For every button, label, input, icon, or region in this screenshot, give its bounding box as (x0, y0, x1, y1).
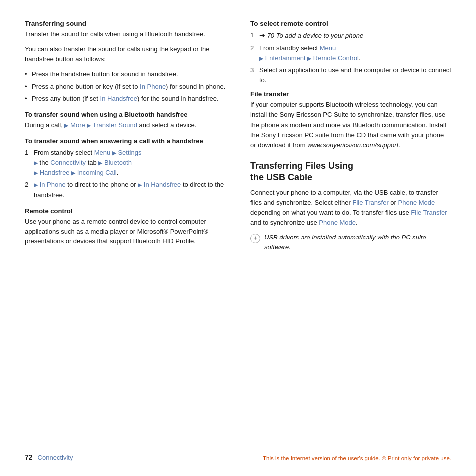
step-num: 1 (250, 30, 254, 40)
link-more: More (70, 121, 85, 129)
list-item: Press any button (if set In Handsfree) f… (25, 94, 226, 104)
arrow: ▶ (64, 122, 68, 128)
tip-icon: ✦ (250, 234, 260, 243)
transfer-answering-steps: 1 From standby select Menu ▶ Settings ▶ … (25, 148, 226, 200)
link-in-phone: In Phone (140, 83, 166, 90)
select-remote-section: To select remote control 1 ➔ 70 To add a… (250, 20, 451, 85)
transferring-sound-para2: You can also transfer the sound for call… (25, 44, 226, 64)
transfer-bluetooth-text: During a call, ▶ More ▶ Transfer Sound a… (25, 120, 226, 130)
transfer-answering-title: To transfer sound when answering a call … (25, 137, 226, 145)
step-num: 3 (250, 65, 254, 75)
footer-left: 72 Connectivity (25, 453, 73, 461)
link-in-phone: In Phone (40, 181, 66, 188)
remote-control-title: Remote control (25, 207, 226, 215)
transfer-bluetooth-title: To transfer sound when using a Bluetooth… (25, 111, 226, 118)
arrow: ▶ (112, 150, 116, 156)
step-num: 2 (25, 180, 28, 190)
transfer-bluetooth-section: To transfer sound when using a Bluetooth… (25, 111, 226, 130)
step-num: 1 (25, 148, 28, 158)
transfer-answering-section: To transfer sound when answering a call … (25, 137, 226, 200)
list-item: Press a phone button or key (if set to I… (25, 82, 226, 92)
usb-title-line2: the USB Cable (250, 172, 312, 182)
link-phone-mode2: Phone Mode (319, 219, 356, 226)
arrow: ▶ (98, 160, 102, 166)
link-incoming-call: Incoming Call (77, 169, 117, 176)
usb-note: ✦ USB drivers are installed automaticall… (250, 233, 451, 252)
arrow: ▶ (71, 170, 75, 176)
usb-title-line1: Transferring Files Using (250, 161, 353, 171)
select-remote-steps: 1 ➔ 70 To add a device to your phone 2 F… (250, 30, 451, 85)
remote-control-text: Use your phone as a remote control devic… (25, 217, 226, 246)
link-handsfree: Handsfree (40, 169, 70, 176)
list-item: Press the handsfree button for sound in … (25, 69, 226, 79)
arrow: ▶ (307, 55, 311, 61)
footer-section: Connectivity (38, 454, 73, 461)
arrow: ▶ (87, 122, 91, 128)
arrow: ▶ (34, 182, 38, 188)
arrow: ▶ (34, 160, 38, 166)
link-bluetooth: Bluetooth (104, 159, 132, 166)
usb-section: Transferring Files Using the USB Cable C… (250, 160, 451, 253)
list-item: 1 From standby select Menu ▶ Settings ▶ … (25, 148, 226, 178)
footer-notice: This is the Internet version of the user… (263, 455, 451, 461)
step-num: 2 (250, 43, 254, 53)
list-item: 1 ➔ 70 To add a device to your phone (250, 30, 451, 41)
page-number: 72 (25, 453, 33, 461)
link-file-transfer2: File Transfer (411, 209, 447, 216)
bullet-list: Press the handsfree button for sound in … (25, 69, 226, 103)
arrow-filled: ➔ (259, 31, 265, 39)
select-app-text: Select an application to use and the com… (259, 66, 451, 84)
link-connectivity: Connectivity (50, 159, 86, 166)
left-column: Transferring sound Transfer the sound fo… (25, 20, 231, 445)
link-settings: Settings (118, 149, 141, 156)
link-menu: Menu (320, 44, 336, 52)
transferring-sound-para1: Transfer the sound for calls when using … (25, 29, 226, 39)
transferring-sound-title: Transferring sound (25, 20, 226, 27)
italic-ref: 70 To add a device to your phone (267, 32, 364, 39)
transferring-sound-section: Transferring sound Transfer the sound fo… (25, 20, 226, 104)
link-entertainment: Entertainment (265, 54, 306, 62)
footer: 72 Connectivity This is the Internet ver… (25, 449, 451, 461)
file-transfer-title: File transfer (250, 90, 451, 98)
list-item: 2 ▶ In Phone to direct to the phone or ▶… (25, 180, 226, 200)
file-transfer-text: If your computer supports Bluetooth wire… (250, 100, 451, 150)
arrow: ▶ (34, 170, 38, 176)
right-column: To select remote control 1 ➔ 70 To add a… (245, 20, 451, 445)
usb-note-text: USB drivers are installed automatically … (264, 233, 451, 252)
link-in-handsfree: In Handsfree (100, 95, 137, 102)
list-item: 2 From standby select Menu ▶ Entertainme… (250, 43, 451, 63)
link-transfer-sound: Transfer Sound (93, 121, 137, 129)
arrow: ▶ (259, 55, 263, 61)
list-item: 3 Select an application to use and the c… (250, 65, 451, 85)
file-transfer-section: File transfer If your computer supports … (250, 90, 451, 150)
link-in-handsfree: In Handsfree (144, 181, 181, 188)
link-menu: Menu (94, 149, 111, 156)
link-file-transfer: File Transfer (353, 199, 389, 206)
link-phone-mode: Phone Mode (398, 199, 435, 206)
link-website: www.sonyericsson.com/support (307, 141, 398, 149)
usb-section-title: Transferring Files Using the USB Cable (250, 160, 451, 184)
usb-section-text: Connect your phone to a computer, via th… (250, 188, 451, 228)
link-remote-control: Remote Control (313, 54, 359, 62)
select-remote-title: To select remote control (250, 20, 451, 27)
remote-control-section: Remote control Use your phone as a remot… (25, 207, 226, 246)
arrow: ▶ (138, 182, 142, 188)
